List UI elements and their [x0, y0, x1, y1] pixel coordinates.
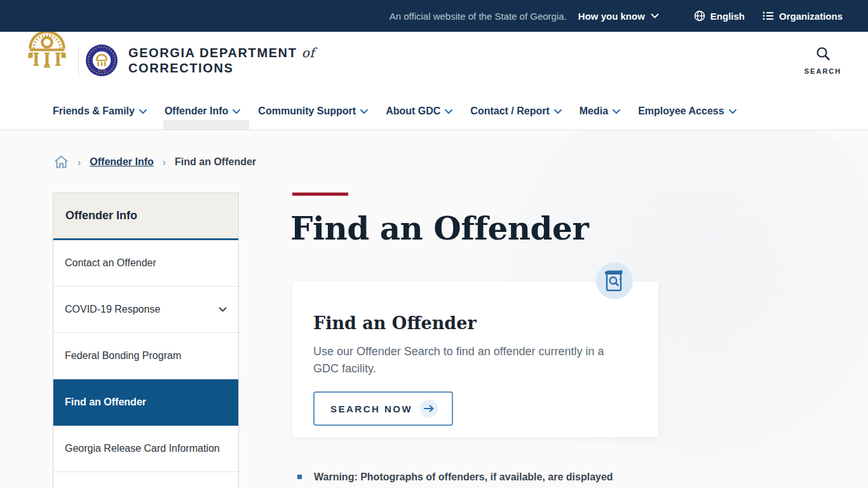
nav-friends-and-family[interactable]: Friends & Family [53, 92, 147, 130]
arrow-circle [420, 400, 438, 417]
corrections-seal: 1776 [85, 44, 118, 77]
nav-media[interactable]: Media [580, 92, 620, 130]
breadcrumb-separator: › [78, 157, 81, 168]
sidebar-item-incarcerated-veterans[interactable]: Incarcerated Veterans [53, 472, 238, 488]
sidebar-item-federal-bonding-program[interactable]: Federal Bonding Program [53, 333, 238, 379]
how-you-know-toggle[interactable]: How you know [578, 11, 659, 22]
language-label: English [710, 11, 745, 22]
bullet-marker [297, 475, 302, 479]
sidebar-item-label: Contact an Offender [65, 255, 156, 271]
chevron-down-icon [233, 109, 240, 114]
breadcrumb: › Offender Info › Find an Offender [54, 155, 256, 169]
svg-text:1776: 1776 [98, 69, 106, 72]
document-search-icon [604, 269, 625, 292]
chevron-down-icon [651, 13, 659, 19]
nav-label: Contact / Report [470, 105, 549, 117]
card-description: Use our Offender Search to find an offen… [313, 343, 625, 377]
nav-label: Media [580, 105, 608, 117]
language-selector[interactable]: English [694, 10, 745, 22]
list-icon [763, 11, 774, 21]
nav-about-gdc[interactable]: About GDC [386, 92, 452, 130]
card-badge [596, 262, 633, 299]
warning-text: Warning: Photographs of offenders, if av… [314, 470, 613, 484]
sidebar-item-covid-19-response[interactable]: COVID-19 Response [53, 287, 238, 333]
nav-employee-access[interactable]: Employee Access [638, 92, 736, 130]
arch-logo-icon [25, 25, 69, 70]
chevron-down-icon [139, 109, 147, 114]
section-sidebar: Offender Info Contact an Offender COVID-… [53, 193, 239, 488]
nav-offender-info[interactable]: Offender Info [165, 92, 240, 130]
sidebar-title[interactable]: Offender Info [53, 193, 238, 240]
nav-contact-report[interactable]: Contact / Report [470, 92, 561, 130]
sidebar-item-georgia-release-card-information[interactable]: Georgia Release Card Information [53, 426, 238, 472]
site-search-button[interactable]: SEARCH [801, 46, 845, 75]
agency-name[interactable]: GEORGIA DEPARTMENT of CORRECTIONS [128, 45, 315, 76]
chevron-down-icon [729, 109, 736, 114]
organizations-label: Organizations [779, 11, 843, 22]
agency-name-line2: CORRECTIONS [128, 60, 315, 76]
header-divider [78, 48, 79, 78]
search-label: SEARCH [801, 67, 845, 75]
card-title: Find an Offender [313, 313, 633, 333]
breadcrumb-separator: › [163, 157, 166, 168]
primary-navigation: Friends & Family Offender Info Community… [0, 92, 868, 130]
sidebar-item-label: Georgia Release Card Information [65, 440, 220, 457]
chevron-down-icon [445, 109, 452, 114]
nav-label: Friends & Family [53, 105, 135, 117]
chevron-down-icon [219, 307, 227, 313]
sidebar-item-find-an-offender[interactable]: Find an Offender [53, 379, 238, 426]
official-website-text: An official website of the State of Geor… [390, 11, 567, 22]
nav-label: Employee Access [638, 105, 724, 117]
breadcrumb-offender-info[interactable]: Offender Info [90, 156, 153, 168]
nav-label: Community Support [258, 105, 356, 117]
find-offender-card: Find an Offender Use our Offender Search… [292, 281, 658, 437]
agency-name-line1: GEORGIA DEPARTMENT [128, 46, 297, 60]
title-accent-bar [292, 193, 348, 196]
chevron-down-icon [554, 109, 562, 114]
sidebar-item-label: Find an Offender [65, 394, 146, 410]
sidebar-item-label: Federal Bonding Program [65, 348, 181, 364]
breadcrumb-current: Find an Offender [175, 156, 256, 168]
page-title: Find an Offender [290, 210, 588, 247]
arrow-right-icon [424, 405, 434, 412]
home-icon[interactable] [54, 155, 69, 169]
nav-community-support[interactable]: Community Support [258, 92, 368, 130]
nav-label: About GDC [386, 105, 440, 117]
search-now-button[interactable]: SEARCH NOW [313, 391, 453, 426]
warning-list-item: Warning: Photographs of offenders, if av… [297, 470, 691, 484]
government-banner: An official website of the State of Geor… [0, 0, 868, 32]
site-header: 1776 GEORGIA DEPARTMENT of CORRECTIONS S… [0, 32, 868, 92]
agency-name-connector: of [302, 45, 315, 60]
sidebar-item-contact-an-offender[interactable]: Contact an Offender [53, 240, 238, 287]
chevron-down-icon [360, 109, 368, 114]
organizations-link[interactable]: Organizations [763, 11, 843, 22]
chevron-down-icon [613, 109, 620, 114]
search-now-label: SEARCH NOW [330, 403, 412, 414]
globe-icon [694, 10, 705, 22]
nav-label: Offender Info [165, 105, 228, 117]
search-icon [815, 46, 831, 61]
how-you-know-label: How you know [578, 11, 645, 22]
sidebar-item-label: COVID-19 Response [65, 301, 160, 318]
